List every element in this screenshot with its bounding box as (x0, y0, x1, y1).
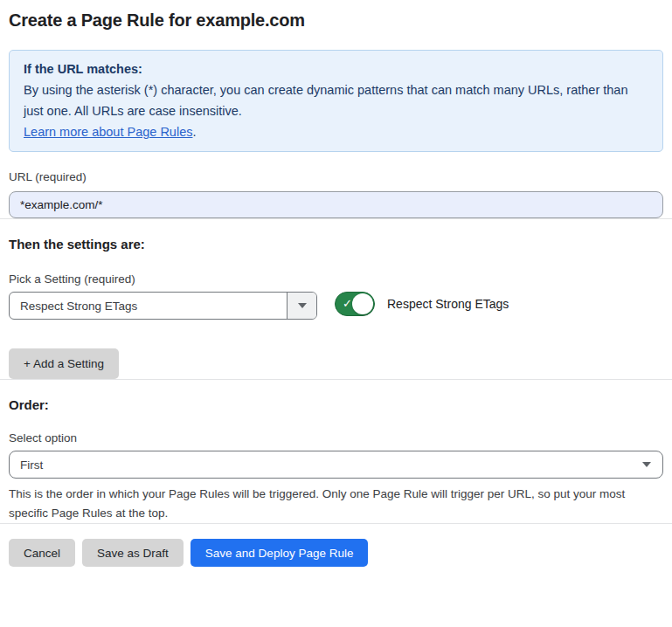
order-help-text: This is the order in which your Page Rul… (9, 485, 663, 523)
select-option-label: Select option (9, 431, 663, 445)
divider (0, 218, 672, 219)
cancel-button[interactable]: Cancel (9, 539, 75, 567)
info-box-heading: If the URL matches: (24, 59, 648, 79)
setting-select-value: Respect Strong ETags (10, 300, 287, 313)
url-input[interactable] (9, 191, 663, 218)
settings-heading: Then the settings are: (9, 236, 663, 252)
order-heading: Order: (9, 396, 663, 413)
save-deploy-button[interactable]: Save and Deploy Page Rule (191, 539, 369, 567)
chevron-down-icon (642, 462, 651, 467)
link-suffix: . (192, 125, 196, 139)
check-icon: ✓ (343, 298, 352, 309)
divider (0, 379, 672, 380)
form-actions: Cancel Save as Draft Save and Deploy Pag… (9, 539, 663, 567)
pick-setting-label: Pick a Setting (required) (9, 272, 663, 286)
page-title: Create a Page Rule for example.com (9, 9, 663, 31)
order-select[interactable]: First (9, 451, 663, 479)
setting-row: Respect Strong ETags ✓ Respect Strong ET… (9, 292, 663, 320)
url-label: URL (required) (9, 169, 663, 184)
setting-select[interactable]: Respect Strong ETags (9, 292, 317, 320)
create-page-rule-form: Create a Page Rule for example.com If th… (0, 9, 672, 567)
chevron-down-icon (298, 303, 307, 308)
url-match-info-box: If the URL matches: By using the asteris… (9, 50, 663, 152)
order-select-value: First (10, 458, 642, 472)
divider (0, 523, 672, 524)
add-setting-button[interactable]: + Add a Setting (9, 348, 119, 379)
info-box-link-line: Learn more about Page Rules. (24, 121, 648, 142)
toggle-knob (352, 293, 373, 314)
save-draft-button[interactable]: Save as Draft (82, 539, 184, 567)
info-box-body: By using the asterisk (*) character, you… (24, 79, 648, 121)
setting-select-arrow-button[interactable] (287, 293, 316, 319)
setting-toggle[interactable]: ✓ (335, 292, 375, 316)
learn-more-link[interactable]: Learn more about Page Rules (24, 125, 192, 139)
setting-toggle-label: Respect Strong ETags (387, 297, 509, 311)
setting-toggle-group: ✓ Respect Strong ETags (335, 292, 509, 316)
